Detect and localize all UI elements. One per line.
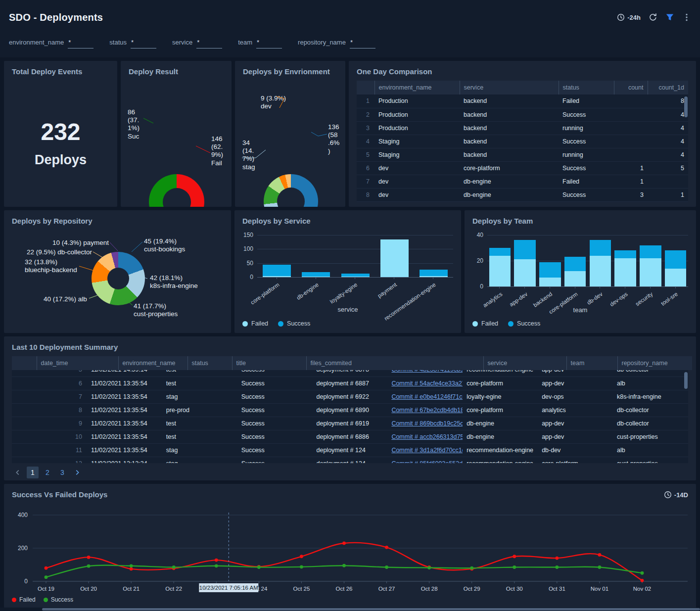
bar-segment-failed[interactable] bbox=[640, 258, 661, 286]
bar-loyalty-egine[interactable] bbox=[341, 274, 370, 277]
page-button-3[interactable]: 3 bbox=[56, 467, 68, 478]
page-button-2[interactable]: 2 bbox=[42, 467, 53, 478]
repository-name-filter-input[interactable] bbox=[350, 39, 375, 48]
success-vs-failed-line-chart[interactable]: 4002000Oct 19Oct 20Oct 21Oct 22Oct 23Oct… bbox=[4, 503, 696, 597]
bar-payment[interactable] bbox=[380, 239, 409, 277]
team-filter-input[interactable] bbox=[256, 39, 282, 48]
bar-segment-success[interactable] bbox=[514, 240, 536, 259]
refresh-icon[interactable] bbox=[649, 13, 657, 22]
bar-dev-ops[interactable] bbox=[614, 250, 636, 286]
bar-db-engine[interactable] bbox=[302, 272, 330, 277]
table-cell: backend bbox=[460, 94, 559, 108]
deploys-by-team-chart[interactable]: 40200 analyticsapp-devbackendcore-platfo… bbox=[465, 235, 696, 314]
deploys-by-environment-donut[interactable] bbox=[264, 174, 318, 207]
bar-segment-success[interactable] bbox=[640, 245, 661, 258]
bar-app-dev[interactable] bbox=[514, 240, 536, 286]
horizontal-scrollbar-thumb[interactable] bbox=[42, 608, 700, 611]
service-filter-input[interactable] bbox=[196, 39, 222, 48]
trend-time-range-button[interactable]: -14D bbox=[664, 491, 688, 499]
column-header-status[interactable]: status bbox=[187, 356, 232, 370]
bar-segment-success[interactable] bbox=[539, 262, 561, 278]
column-header-service[interactable]: service bbox=[483, 356, 566, 370]
chart-legend: FailedSuccess bbox=[472, 320, 540, 327]
commit-link[interactable]: Commit # 54acfe4ce33a27e716fcebf4fad9982… bbox=[391, 380, 463, 387]
column-header-title[interactable]: title bbox=[232, 356, 306, 370]
deploys-by-repository-donut[interactable] bbox=[92, 252, 145, 305]
table-scrollbar[interactable] bbox=[684, 96, 688, 117]
column-header-date_time[interactable]: date_time bbox=[37, 356, 118, 370]
bar-backend[interactable] bbox=[539, 262, 561, 286]
bar-segment-success[interactable] bbox=[665, 250, 687, 268]
page-button-1[interactable]: 1 bbox=[27, 467, 39, 478]
bar-segment-success[interactable] bbox=[302, 272, 330, 277]
bar-security[interactable] bbox=[640, 245, 661, 286]
commit-link[interactable]: Commit # 67be2cdb4db18556df9b49872d7d394… bbox=[391, 407, 463, 414]
commit-link[interactable]: Commit # accb266313d759ad720fdf9afd3c445… bbox=[391, 433, 463, 440]
bar-segment-success[interactable] bbox=[263, 265, 291, 276]
column-header-count[interactable]: count bbox=[614, 81, 648, 94]
bar-segment-success[interactable] bbox=[341, 274, 370, 277]
table-cell: Failed bbox=[559, 94, 614, 108]
bar-db-dev[interactable] bbox=[590, 240, 611, 286]
commit-link[interactable]: Commit # 3d1a2f6d70cc1d000f3bc7071740b89… bbox=[391, 447, 463, 454]
bar-segment-success[interactable] bbox=[614, 250, 636, 258]
column-header-service[interactable]: service bbox=[460, 81, 559, 94]
one-day-comparison-table: environment_nameservicestatuscountcount_… bbox=[357, 81, 688, 202]
bar-segment-failed[interactable] bbox=[564, 271, 586, 286]
column-header-status[interactable]: status bbox=[559, 81, 614, 94]
bar-segment-success[interactable] bbox=[489, 248, 511, 256]
bar-recommendation-engine[interactable] bbox=[420, 270, 448, 277]
table-scrollbar[interactable] bbox=[684, 372, 688, 389]
column-header-team[interactable]: team bbox=[566, 356, 617, 370]
filter-icon[interactable] bbox=[665, 13, 674, 22]
bar-tool-sre[interactable] bbox=[665, 250, 687, 286]
deploy-result-donut[interactable] bbox=[149, 174, 204, 207]
environment-name-filter-input[interactable] bbox=[68, 39, 93, 48]
bar-segment-success[interactable] bbox=[564, 257, 586, 271]
commit-link[interactable]: Commit # e0be41246f71cbae0f906c4edd9c6fc… bbox=[391, 393, 463, 400]
legend-item-failed[interactable]: Failed bbox=[242, 320, 268, 327]
legend-item-success[interactable]: Success bbox=[508, 320, 540, 327]
filter-label: team bbox=[238, 39, 252, 46]
bar-segment-failed[interactable] bbox=[514, 259, 536, 286]
bar-segment-failed[interactable] bbox=[614, 258, 636, 286]
bar-segment-failed[interactable] bbox=[380, 239, 409, 277]
legend-item-failed[interactable]: Failed bbox=[12, 596, 36, 603]
kebab-menu-icon[interactable] bbox=[682, 13, 691, 22]
column-header-environment_name[interactable]: environment_name bbox=[118, 356, 187, 370]
filter-status: status bbox=[109, 39, 156, 48]
row-number: 12 bbox=[12, 457, 87, 463]
legend-item-success[interactable]: Success bbox=[278, 320, 310, 327]
legend-item-failed[interactable]: Failed bbox=[472, 320, 498, 327]
bar-segment-failed[interactable] bbox=[489, 256, 511, 286]
bar-core-platform[interactable] bbox=[263, 265, 291, 277]
bar-segment-success[interactable] bbox=[590, 240, 611, 255]
row-number-header bbox=[357, 81, 374, 94]
bar-segment-failed[interactable] bbox=[665, 269, 687, 286]
table-cell: 5 bbox=[648, 161, 688, 175]
deploys-by-service-chart[interactable]: 150100500 core-platformdb-engineloyalty-… bbox=[234, 235, 461, 313]
legend-item-success[interactable]: Success bbox=[44, 596, 73, 603]
status-filter-input[interactable] bbox=[131, 39, 156, 48]
bar-segment-failed[interactable] bbox=[539, 278, 561, 286]
last-10-table-body-viewport[interactable]: 511/02/2021 14:59:14testSuccessdeploymen… bbox=[12, 370, 688, 463]
bar-core-platform[interactable] bbox=[564, 257, 586, 286]
bar-analytics[interactable] bbox=[489, 248, 511, 286]
previous-page-button[interactable] bbox=[12, 467, 24, 478]
bar-segment-failed[interactable] bbox=[590, 256, 611, 286]
commit-link[interactable]: Commit # 869bcdb19c25cdf7aa1c861239c560b… bbox=[391, 420, 463, 427]
column-header-repository_name[interactable]: repository_name bbox=[617, 356, 692, 370]
column-header-files_commited[interactable]: files_commited bbox=[306, 356, 483, 370]
next-page-button[interactable] bbox=[71, 467, 83, 478]
panel-deploys-by-environment: Deploys by Envrionment 9 (3.9%) dev 34 (… bbox=[235, 61, 345, 207]
column-header-environment_name[interactable]: environment_name bbox=[374, 81, 460, 94]
commit-link[interactable]: Commit # 4b23874119cb9a0fef2400759854897… bbox=[391, 370, 463, 373]
commit-link[interactable]: Commit # 85fd6093e552d2e3a9e0255706c5e16… bbox=[391, 460, 463, 464]
table-cell: dev bbox=[374, 161, 460, 175]
column-header-count_1d[interactable]: count_1d bbox=[648, 81, 688, 94]
time-range-button[interactable]: -24h bbox=[617, 13, 641, 21]
table-cell: cust-properties bbox=[613, 457, 688, 463]
bar-segment-success[interactable] bbox=[420, 270, 448, 276]
horizontal-scrollbar[interactable] bbox=[0, 608, 700, 611]
table-cell: Staging bbox=[374, 135, 460, 148]
